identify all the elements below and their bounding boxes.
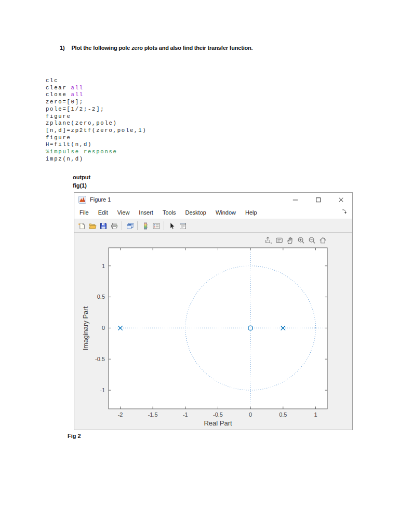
pole-zero-plot: -2-1.5-1-0.500.51-1-0.500.51Real PartIma… (74, 233, 353, 430)
figure-window: Figure 1 FileEditViewInsertToolsDesktopW… (74, 192, 353, 430)
figure-canvas: -2-1.5-1-0.500.51-1-0.500.51Real PartIma… (74, 233, 352, 430)
menu-desktop[interactable]: Desktop (181, 209, 211, 216)
title-bar[interactable]: Figure 1 (74, 193, 352, 206)
code-line: clc (46, 77, 147, 85)
toolbar-separator (122, 221, 122, 230)
code-line: zero=[0]; (46, 99, 147, 106)
zoom-in-icon[interactable] (296, 235, 306, 245)
link-plot-icon[interactable] (124, 220, 135, 231)
print-figure-icon[interactable] (109, 220, 119, 231)
question-1: 1) Plot the following pole zero plots an… (60, 45, 252, 51)
menu-insert[interactable]: Insert (134, 209, 158, 216)
close-button[interactable] (329, 193, 352, 206)
zoom-out-icon[interactable] (307, 235, 317, 245)
maximize-button[interactable] (307, 193, 329, 206)
insert-colorbar-icon[interactable] (140, 220, 151, 231)
figure-toolbar (74, 219, 352, 233)
output-label: output (73, 174, 90, 180)
axes-toolbar (263, 235, 328, 245)
menu-help[interactable]: Help (241, 209, 262, 216)
code-line: zplane(zero,pole) (46, 120, 147, 127)
code-line: %impulse response (46, 149, 147, 156)
y-tick-label: -1 (100, 387, 105, 393)
window-title: Figure 1 (90, 196, 111, 203)
pan-icon[interactable] (285, 235, 295, 245)
y-tick-label: 0.5 (97, 294, 105, 300)
x-tick-label: 1 (314, 411, 317, 418)
matlab-code-block: clcclear allclose allzero=[0];pole=[1/2;… (46, 77, 147, 163)
x-tick-label: 0 (249, 411, 252, 418)
dock-figure-icon[interactable] (341, 208, 349, 217)
fig1-label: fig(1) (73, 182, 87, 189)
menu-edit[interactable]: Edit (94, 209, 113, 216)
data-tips-icon[interactable] (274, 235, 284, 245)
matlab-logo-icon (78, 196, 86, 204)
toolbar-separator (137, 221, 138, 230)
y-tick-label: 1 (102, 263, 105, 269)
menu-bar: FileEditViewInsertToolsDesktopWindowHelp (74, 206, 352, 219)
code-line: clear all (46, 85, 147, 92)
edit-plot-icon[interactable] (166, 220, 177, 231)
question-text: Plot the following pole zero plots and a… (71, 45, 252, 51)
menu-tools[interactable]: Tools (158, 209, 181, 216)
question-number: 1) (60, 45, 64, 51)
y-tick-label: -0.5 (95, 356, 105, 362)
x-tick-label: -1.5 (148, 411, 158, 418)
menu-window[interactable]: Window (211, 209, 241, 216)
code-line: H=filt(n,d) (46, 141, 147, 149)
new-figure-icon[interactable] (76, 220, 87, 231)
fig2-caption: Fig 2 (68, 433, 81, 439)
code-line: [n,d]=zp2tf(zero,pole,1) (46, 127, 147, 135)
save-figure-icon[interactable] (98, 220, 109, 231)
code-line: pole=[1/2;-2]; (46, 106, 147, 113)
code-line: close all (46, 91, 147, 99)
insert-legend-icon[interactable] (151, 220, 162, 231)
y-tick-label: 0 (102, 325, 105, 331)
x-tick-label: 0.5 (279, 411, 287, 418)
menu-file[interactable]: File (75, 209, 94, 216)
x-axis-label: Real Part (204, 419, 232, 427)
code-line: figure (46, 113, 147, 121)
export-icon[interactable] (263, 235, 273, 245)
axes-box (109, 248, 327, 409)
window-controls (284, 193, 352, 206)
restore-view-icon[interactable] (318, 235, 328, 245)
property-inspector-icon[interactable] (177, 220, 188, 231)
x-tick-label: -1 (183, 411, 188, 418)
open-file-icon[interactable] (87, 220, 98, 231)
menu-view[interactable]: View (113, 209, 135, 216)
x-tick-label: -0.5 (213, 411, 223, 418)
x-tick-label: -2 (118, 411, 123, 418)
toolbar-separator (164, 221, 164, 230)
menu-items: FileEditViewInsertToolsDesktopWindowHelp (75, 209, 262, 216)
code-line: impz(n,d) (46, 156, 147, 163)
minimize-button[interactable] (284, 193, 307, 206)
y-axis-label: Imaginary Part (82, 306, 89, 350)
code-line: figure (46, 135, 147, 142)
